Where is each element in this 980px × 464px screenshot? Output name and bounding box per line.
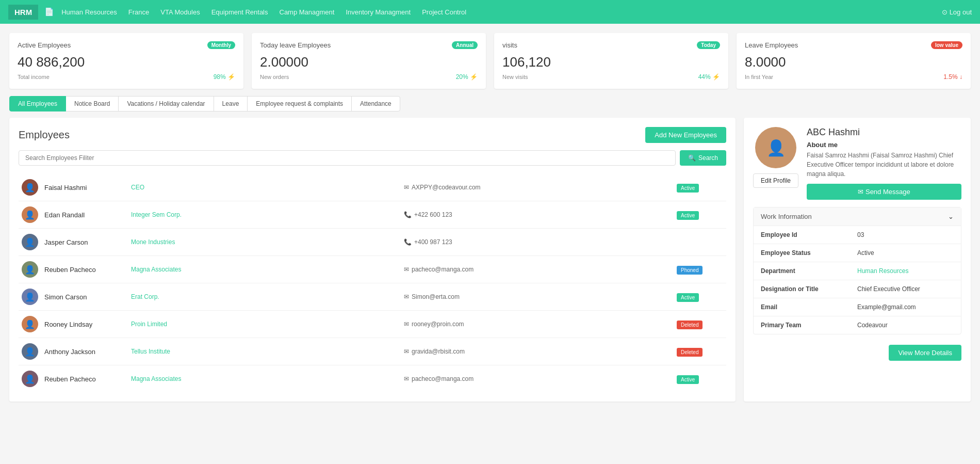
employee-status: Active: [677, 211, 723, 219]
employee-contact: ✉ gravida@rbisit.com: [404, 348, 673, 355]
employee-status: Active: [677, 375, 723, 383]
table-row[interactable]: 👤 Edan Randall Integer Sem Corp. 📞 +422 …: [19, 201, 726, 229]
stat-title-1: Today leave Employees: [260, 41, 331, 49]
add-new-employees-button[interactable]: Add New Employees: [645, 127, 726, 143]
employee-name: Reuben Pacheco: [44, 266, 127, 274]
avatar: 👤: [22, 343, 38, 360]
status-badge: Phoned: [677, 266, 703, 275]
nav-link-camp-managment[interactable]: Camp Managment: [280, 8, 335, 16]
view-more-details-button[interactable]: View More Details: [889, 345, 961, 361]
work-info-body: Employee Id 03 Employee Status Active De…: [754, 226, 961, 334]
tab-notice-board[interactable]: Notice Board: [66, 96, 119, 111]
stat-label-1: New orders: [260, 74, 289, 80]
info-value-5: Codeavour: [857, 322, 954, 329]
info-label-4: Email: [761, 303, 857, 311]
tab-leave[interactable]: Leave: [214, 96, 248, 111]
employee-company[interactable]: Magna Associates: [131, 375, 400, 382]
stat-cards-container: Active Employees Monthly 40 886,200 Tota…: [0, 24, 980, 96]
tabs-bar: All EmployeesNotice BoardVacations / Hol…: [0, 96, 980, 118]
nav-link-human-resources[interactable]: Human Resources: [61, 8, 117, 16]
table-row[interactable]: 👤 Reuben Pacheco Magna Associates ✉ pach…: [19, 256, 726, 283]
employee-company[interactable]: Mone Industries: [131, 238, 400, 246]
employee-company[interactable]: Proin Limited: [131, 321, 400, 328]
tab-vacations-holiday-calendar[interactable]: Vacations / Holiday calendar: [118, 96, 214, 111]
tab-all-employees[interactable]: All Employees: [9, 96, 66, 111]
employees-title: Employees: [19, 129, 70, 141]
brand-logo: HRM: [8, 5, 38, 20]
nav-link-vta-modules[interactable]: VTA Modules: [160, 8, 200, 16]
info-label-0: Employee Id: [761, 231, 857, 238]
table-row[interactable]: 👤 Reuben Pacheco Magna Associates ✉ pach…: [19, 365, 726, 392]
employee-contact: ✉ pacheco@manga.com: [404, 266, 673, 273]
employee-contact: ✉ Simon@erta.com: [404, 293, 673, 300]
info-row-2: Department Human Resources: [754, 262, 961, 280]
status-badge: Active: [677, 184, 699, 193]
stat-card-header-3: Leave Employees low value: [745, 41, 962, 49]
employee-name: Simon Carson: [44, 293, 127, 301]
employee-name: Faisal Hashmi: [44, 184, 127, 191]
avatar: 👤: [22, 316, 38, 332]
stat-label-2: New visits: [502, 74, 528, 80]
employee-name: Rooney Lindsay: [44, 321, 127, 328]
employee-status: Phoned: [677, 266, 723, 274]
info-label-5: Primary Team: [761, 322, 857, 329]
nav-links: Human ResourcesFranceVTA ModulesEquipmen…: [61, 8, 941, 16]
send-message-button[interactable]: ✉ Send Message: [807, 184, 961, 200]
employee-status: Active: [677, 293, 723, 301]
stat-label-3: In first Year: [745, 74, 773, 80]
file-icon[interactable]: 📄: [44, 7, 54, 17]
nav-link-france[interactable]: France: [128, 8, 149, 16]
search-button[interactable]: 🔍 Search: [680, 150, 726, 166]
profile-avatar-wrap: 👤 Edit Profile: [753, 127, 798, 188]
search-input[interactable]: [19, 150, 676, 166]
avatar: 👤: [22, 179, 38, 196]
employee-name: Reuben Pacheco: [44, 375, 127, 383]
main-content: Employees Add New Employees 🔍 Search 👤 F…: [0, 118, 980, 411]
employee-company[interactable]: Tellus Institute: [131, 348, 400, 355]
work-info-header[interactable]: Work Information ⌄: [754, 207, 961, 226]
table-row[interactable]: 👤 Anthony Jackson Tellus Institute ✉ gra…: [19, 338, 726, 365]
profile-info: ABC Hashmi About me Faisal Samroz Hashmi…: [807, 127, 961, 200]
stat-badge-1: Annual: [452, 41, 478, 49]
avatar: 👤: [22, 234, 38, 250]
table-row[interactable]: 👤 Rooney Lindsay Proin Limited ✉ rooney@…: [19, 311, 726, 338]
employee-company[interactable]: Magna Associates: [131, 266, 400, 273]
stat-footer-0: Total income 98% ⚡: [18, 73, 235, 81]
info-value-0: 03: [857, 231, 954, 238]
employee-company[interactable]: Erat Corp.: [131, 293, 400, 300]
employee-list: 👤 Faisal Hashmi CEO ✉ AXPPY@codeavour.co…: [19, 174, 726, 392]
profile-panel: 👤 Edit Profile ABC Hashmi About me Faisa…: [744, 118, 971, 402]
chevron-down-icon: ⌄: [948, 213, 954, 220]
employee-company[interactable]: CEO: [131, 184, 400, 191]
info-value-3: Chief Executive Officer: [857, 285, 954, 293]
employees-header: Employees Add New Employees: [19, 127, 726, 143]
work-info-title: Work Information: [761, 213, 812, 220]
email-icon: ✉: [404, 293, 409, 300]
employee-contact: ✉ AXPPY@codeavour.com: [404, 184, 673, 191]
stat-card-2: visits Today 106,120 New visits 44% ⚡: [494, 33, 728, 89]
employee-name: Jasper Carson: [44, 238, 127, 246]
nav-link-inventory-managment[interactable]: Inventory Managment: [346, 8, 411, 16]
table-row[interactable]: 👤 Jasper Carson Mone Industries 📞 +400 9…: [19, 229, 726, 256]
email-icon: ✉: [404, 375, 409, 382]
tab-attendance[interactable]: Attendance: [351, 96, 400, 111]
table-row[interactable]: 👤 Faisal Hashmi CEO ✉ AXPPY@codeavour.co…: [19, 174, 726, 201]
stat-badge-3: low value: [931, 41, 962, 49]
navbar: HRM 📄 Human ResourcesFranceVTA ModulesEq…: [0, 0, 980, 24]
avatar: 👤: [22, 289, 38, 305]
table-row[interactable]: 👤 Simon Carson Erat Corp. ✉ Simon@erta.c…: [19, 283, 726, 311]
employees-panel: Employees Add New Employees 🔍 Search 👤 F…: [9, 118, 736, 402]
info-row-1: Employee Status Active: [754, 244, 961, 262]
nav-link-project-control[interactable]: Project Control: [422, 8, 466, 16]
nav-link-equipment-rentals[interactable]: Equipment Rentals: [211, 8, 268, 16]
stat-title-0: Active Employees: [18, 41, 71, 49]
tab-employee-request-complaints[interactable]: Employee request & complaints: [247, 96, 352, 111]
edit-profile-button[interactable]: Edit Profile: [753, 173, 798, 188]
info-label-1: Employee Status: [761, 249, 857, 257]
employee-company[interactable]: Integer Sem Corp.: [131, 211, 400, 218]
info-value-2[interactable]: Human Resources: [857, 267, 954, 275]
logout-button[interactable]: ⊙ Log out: [942, 8, 972, 16]
stat-card-0: Active Employees Monthly 40 886,200 Tota…: [9, 33, 243, 89]
info-row-4: Email Example@gmail.com: [754, 298, 961, 316]
stat-value-2: 106,120: [502, 54, 720, 70]
